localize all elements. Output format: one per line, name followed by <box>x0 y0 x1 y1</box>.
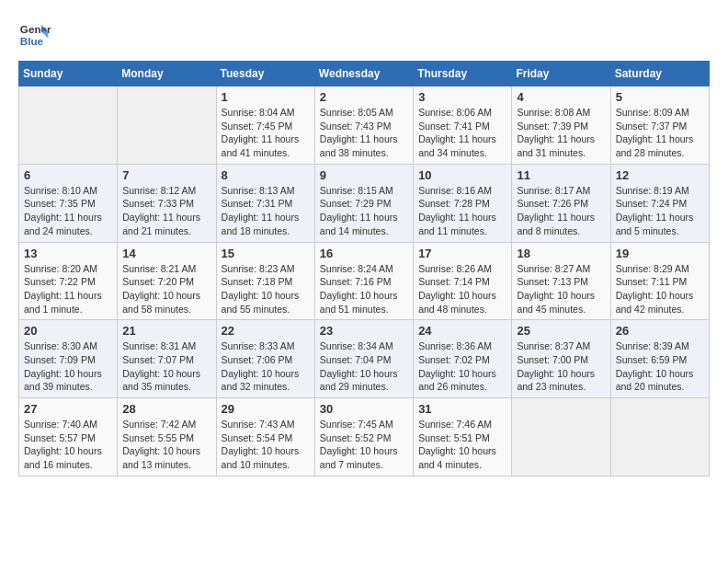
calendar-cell: 16Sunrise: 8:24 AMSunset: 7:16 PMDayligh… <box>314 242 413 320</box>
cell-content: Sunrise: 7:43 AMSunset: 5:54 PMDaylight:… <box>222 418 310 472</box>
calendar-cell: 21Sunrise: 8:31 AMSunset: 7:07 PMDayligh… <box>118 320 216 398</box>
cell-content: Sunrise: 8:16 AMSunset: 7:28 PMDaylight:… <box>418 184 506 238</box>
calendar-cell: 22Sunrise: 8:33 AMSunset: 7:06 PMDayligh… <box>216 320 314 398</box>
logo: General Blue <box>18 18 51 52</box>
day-number: 27 <box>24 402 112 416</box>
calendar-cell: 17Sunrise: 8:26 AMSunset: 7:14 PMDayligh… <box>414 242 512 320</box>
weekday-header: Friday <box>512 62 610 86</box>
calendar-cell: 9Sunrise: 8:15 AMSunset: 7:29 PMDaylight… <box>314 164 413 242</box>
day-number: 1 <box>222 90 310 104</box>
day-number: 30 <box>320 402 408 416</box>
calendar-cell: 12Sunrise: 8:19 AMSunset: 7:24 PMDayligh… <box>610 164 709 242</box>
day-number: 3 <box>418 90 506 104</box>
weekday-header: Thursday <box>414 62 512 86</box>
cell-content: Sunrise: 8:17 AMSunset: 7:26 PMDaylight:… <box>517 184 605 238</box>
logo-icon: General Blue <box>18 18 51 52</box>
calendar-cell: 8Sunrise: 8:13 AMSunset: 7:31 PMDaylight… <box>216 164 314 242</box>
calendar-cell: 18Sunrise: 8:27 AMSunset: 7:13 PMDayligh… <box>512 242 610 320</box>
cell-content: Sunrise: 8:33 AMSunset: 7:06 PMDaylight:… <box>222 339 310 394</box>
cell-content: Sunrise: 7:42 AMSunset: 5:55 PMDaylight:… <box>122 418 210 472</box>
day-number: 4 <box>517 90 605 104</box>
day-number: 26 <box>616 324 704 338</box>
cell-content: Sunrise: 8:21 AMSunset: 7:20 PMDaylight:… <box>122 262 210 316</box>
day-number: 16 <box>320 247 408 260</box>
calendar-cell <box>118 86 216 165</box>
svg-text:Blue: Blue <box>20 35 44 47</box>
day-number: 7 <box>122 168 210 182</box>
day-number: 6 <box>24 168 112 182</box>
weekday-header: Saturday <box>610 62 709 86</box>
cell-content: Sunrise: 8:19 AMSunset: 7:24 PMDaylight:… <box>616 184 704 238</box>
calendar-cell: 6Sunrise: 8:10 AMSunset: 7:35 PMDaylight… <box>19 164 118 242</box>
calendar-cell: 3Sunrise: 8:06 AMSunset: 7:41 PMDaylight… <box>414 86 512 165</box>
calendar-cell: 19Sunrise: 8:29 AMSunset: 7:11 PMDayligh… <box>610 242 709 320</box>
day-number: 11 <box>517 168 605 182</box>
calendar-table: SundayMondayTuesdayWednesdayThursdayFrid… <box>18 61 710 477</box>
day-number: 2 <box>320 90 408 104</box>
cell-content: Sunrise: 7:46 AMSunset: 5:51 PMDaylight:… <box>418 418 506 472</box>
calendar-cell: 2Sunrise: 8:05 AMSunset: 7:43 PMDaylight… <box>314 86 413 165</box>
cell-content: Sunrise: 8:34 AMSunset: 7:04 PMDaylight:… <box>320 339 408 394</box>
cell-content: Sunrise: 8:06 AMSunset: 7:41 PMDaylight:… <box>418 106 506 160</box>
cell-content: Sunrise: 8:04 AMSunset: 7:45 PMDaylight:… <box>222 106 310 160</box>
day-number: 21 <box>122 324 210 338</box>
calendar-cell: 27Sunrise: 7:40 AMSunset: 5:57 PMDayligh… <box>19 398 118 477</box>
calendar-cell: 20Sunrise: 8:30 AMSunset: 7:09 PMDayligh… <box>19 320 118 398</box>
day-number: 9 <box>320 168 408 182</box>
calendar-week-row: 13Sunrise: 8:20 AMSunset: 7:22 PMDayligh… <box>19 242 710 320</box>
cell-content: Sunrise: 8:15 AMSunset: 7:29 PMDaylight:… <box>320 184 408 238</box>
calendar-week-row: 20Sunrise: 8:30 AMSunset: 7:09 PMDayligh… <box>19 320 710 398</box>
cell-content: Sunrise: 8:23 AMSunset: 7:18 PMDaylight:… <box>222 262 310 316</box>
day-number: 10 <box>418 168 506 182</box>
day-number: 12 <box>616 168 704 182</box>
calendar-cell: 24Sunrise: 8:36 AMSunset: 7:02 PMDayligh… <box>414 320 512 398</box>
cell-content: Sunrise: 8:05 AMSunset: 7:43 PMDaylight:… <box>320 106 408 160</box>
calendar-cell: 13Sunrise: 8:20 AMSunset: 7:22 PMDayligh… <box>19 242 118 320</box>
day-number: 8 <box>222 168 310 182</box>
cell-content: Sunrise: 8:29 AMSunset: 7:11 PMDaylight:… <box>616 262 704 316</box>
cell-content: Sunrise: 8:10 AMSunset: 7:35 PMDaylight:… <box>24 184 112 238</box>
cell-content: Sunrise: 8:24 AMSunset: 7:16 PMDaylight:… <box>320 262 408 316</box>
cell-content: Sunrise: 8:39 AMSunset: 6:59 PMDaylight:… <box>616 339 704 394</box>
calendar-week-row: 27Sunrise: 7:40 AMSunset: 5:57 PMDayligh… <box>19 398 710 477</box>
cell-content: Sunrise: 8:12 AMSunset: 7:33 PMDaylight:… <box>122 184 210 238</box>
day-number: 31 <box>418 402 506 416</box>
day-number: 15 <box>222 247 310 260</box>
day-number: 28 <box>122 402 210 416</box>
calendar-cell: 23Sunrise: 8:34 AMSunset: 7:04 PMDayligh… <box>314 320 413 398</box>
cell-content: Sunrise: 7:45 AMSunset: 5:52 PMDaylight:… <box>320 418 408 472</box>
calendar-cell: 31Sunrise: 7:46 AMSunset: 5:51 PMDayligh… <box>414 398 512 477</box>
day-number: 17 <box>418 247 506 260</box>
day-number: 5 <box>616 90 704 104</box>
cell-content: Sunrise: 8:20 AMSunset: 7:22 PMDaylight:… <box>24 262 112 316</box>
cell-content: Sunrise: 8:30 AMSunset: 7:09 PMDaylight:… <box>24 339 112 394</box>
cell-content: Sunrise: 8:09 AMSunset: 7:37 PMDaylight:… <box>616 106 704 160</box>
calendar-week-row: 1Sunrise: 8:04 AMSunset: 7:45 PMDaylight… <box>19 86 710 165</box>
cell-content: Sunrise: 8:27 AMSunset: 7:13 PMDaylight:… <box>517 262 605 316</box>
calendar-cell: 25Sunrise: 8:37 AMSunset: 7:00 PMDayligh… <box>512 320 610 398</box>
calendar-cell: 26Sunrise: 8:39 AMSunset: 6:59 PMDayligh… <box>610 320 709 398</box>
calendar-cell <box>610 398 709 477</box>
day-number: 14 <box>122 247 210 260</box>
cell-content: Sunrise: 8:26 AMSunset: 7:14 PMDaylight:… <box>418 262 506 316</box>
day-number: 13 <box>24 247 112 260</box>
calendar-cell: 29Sunrise: 7:43 AMSunset: 5:54 PMDayligh… <box>216 398 314 477</box>
calendar-cell: 30Sunrise: 7:45 AMSunset: 5:52 PMDayligh… <box>314 398 413 477</box>
day-number: 29 <box>222 402 310 416</box>
cell-content: Sunrise: 8:31 AMSunset: 7:07 PMDaylight:… <box>122 339 210 394</box>
weekday-header: Wednesday <box>314 62 413 86</box>
day-number: 25 <box>517 324 605 338</box>
day-number: 22 <box>222 324 310 338</box>
calendar-header: SundayMondayTuesdayWednesdayThursdayFrid… <box>19 62 710 86</box>
weekday-header: Monday <box>118 62 216 86</box>
cell-content: Sunrise: 8:36 AMSunset: 7:02 PMDaylight:… <box>418 339 506 394</box>
calendar-cell: 4Sunrise: 8:08 AMSunset: 7:39 PMDaylight… <box>512 86 610 165</box>
day-number: 23 <box>320 324 408 338</box>
day-number: 20 <box>24 324 112 338</box>
calendar-cell: 11Sunrise: 8:17 AMSunset: 7:26 PMDayligh… <box>512 164 610 242</box>
calendar-week-row: 6Sunrise: 8:10 AMSunset: 7:35 PMDaylight… <box>19 164 710 242</box>
day-number: 24 <box>418 324 506 338</box>
calendar-cell: 28Sunrise: 7:42 AMSunset: 5:55 PMDayligh… <box>118 398 216 477</box>
calendar-cell: 5Sunrise: 8:09 AMSunset: 7:37 PMDaylight… <box>610 86 709 165</box>
cell-content: Sunrise: 8:37 AMSunset: 7:00 PMDaylight:… <box>517 339 605 394</box>
